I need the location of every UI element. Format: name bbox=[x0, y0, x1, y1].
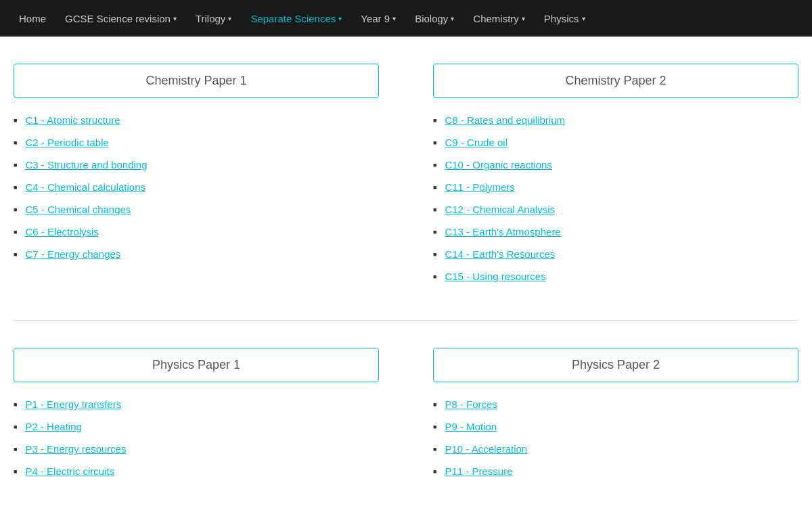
chevron-icon: ▾ bbox=[392, 15, 396, 22]
list-item: C12 - Chemical Analysis bbox=[433, 204, 798, 215]
chemistry-paper1-list: C1 - Atomic structure C2 - Periodic tabl… bbox=[14, 114, 379, 260]
list-item: P10 - Acceleration bbox=[433, 443, 798, 455]
physics-p3-link[interactable]: P3 - Energy resources bbox=[25, 443, 126, 455]
list-item: C10 - Organic reactions bbox=[433, 159, 798, 170]
list-item: C6 - Electrolysis bbox=[14, 226, 379, 237]
nav-item-gcse[interactable]: GCSE Science revision ▾ bbox=[57, 9, 185, 28]
chemistry-c8-link[interactable]: C8 - Rates and equilibrium bbox=[445, 114, 565, 126]
physics-p4-link[interactable]: P4 - Electric circuits bbox=[25, 465, 114, 477]
chemistry-c1-link[interactable]: C1 - Atomic structure bbox=[25, 114, 120, 126]
chevron-icon: ▾ bbox=[582, 15, 585, 22]
chemistry-c11-link[interactable]: C11 - Polymers bbox=[445, 181, 514, 193]
list-item: C7 - Energy changes bbox=[14, 248, 379, 260]
list-item: P11 - Pressure bbox=[433, 465, 798, 477]
chemistry-c4-link[interactable]: C4 - Chemical calculations bbox=[25, 181, 145, 193]
nav-item-home[interactable]: Home bbox=[11, 9, 54, 28]
list-item: C11 - Polymers bbox=[433, 181, 798, 193]
nav-item-separate-sciences[interactable]: Separate Sciences ▾ bbox=[242, 9, 350, 28]
physics-paper1-header: Physics Paper 1 bbox=[14, 348, 379, 382]
chevron-icon: ▾ bbox=[173, 15, 177, 22]
nav-item-year9[interactable]: Year 9 ▾ bbox=[353, 9, 404, 28]
nav-item-chemistry[interactable]: Chemistry ▾ bbox=[465, 9, 533, 28]
nav-item-physics[interactable]: Physics ▾ bbox=[536, 9, 593, 28]
list-item: P8 - Forces bbox=[433, 399, 798, 410]
list-item: C9 - Crude oil bbox=[433, 137, 798, 148]
list-item: C5 - Chemical changes bbox=[14, 204, 379, 215]
chevron-icon: ▾ bbox=[522, 15, 525, 22]
chemistry-paper2-column: Chemistry Paper 2 C8 - Rates and equilib… bbox=[433, 64, 798, 293]
chemistry-c12-link[interactable]: C12 - Chemical Analysis bbox=[445, 204, 555, 215]
physics-paper2-header: Physics Paper 2 bbox=[433, 348, 798, 382]
list-item: C13 - Earth's Atmosphere bbox=[433, 226, 798, 237]
list-item: P4 - Electric circuits bbox=[14, 465, 379, 477]
physics-p1-link[interactable]: P1 - Energy transfers bbox=[25, 399, 121, 410]
chemistry-paper-grid: Chemistry Paper 1 C1 - Atomic structure … bbox=[14, 64, 798, 293]
chemistry-section: Chemistry Paper 1 C1 - Atomic structure … bbox=[14, 64, 798, 293]
physics-p11-link[interactable]: P11 - Pressure bbox=[445, 465, 512, 477]
physics-p2-link[interactable]: P2 - Heating bbox=[25, 421, 81, 432]
chemistry-c6-link[interactable]: C6 - Electrolysis bbox=[25, 226, 98, 237]
list-item: C1 - Atomic structure bbox=[14, 114, 379, 126]
chevron-icon: ▾ bbox=[451, 15, 454, 22]
chemistry-c15-link[interactable]: C15 - Using resources bbox=[445, 271, 545, 282]
physics-paper-grid: Physics Paper 1 P1 - Energy transfers P2… bbox=[14, 348, 798, 488]
list-item: P3 - Energy resources bbox=[14, 443, 379, 455]
section-divider bbox=[14, 320, 798, 321]
main-content: Chemistry Paper 1 C1 - Atomic structure … bbox=[0, 37, 812, 523]
chemistry-paper1-header: Chemistry Paper 1 bbox=[14, 64, 379, 98]
chevron-icon: ▾ bbox=[338, 15, 342, 22]
list-item: C15 - Using resources bbox=[433, 271, 798, 282]
chemistry-c14-link[interactable]: C14 - Earth's Resources bbox=[445, 248, 555, 260]
list-item: P9 - Motion bbox=[433, 421, 798, 432]
chemistry-c13-link[interactable]: C13 - Earth's Atmosphere bbox=[445, 226, 560, 237]
nav-item-biology[interactable]: Biology ▾ bbox=[407, 9, 462, 28]
chemistry-c9-link[interactable]: C9 - Crude oil bbox=[445, 137, 508, 148]
list-item: C14 - Earth's Resources bbox=[433, 248, 798, 260]
chemistry-c5-link[interactable]: C5 - Chemical changes bbox=[25, 204, 131, 215]
physics-paper2-list: P8 - Forces P9 - Motion P10 - Accelerati… bbox=[433, 399, 798, 477]
nav-item-trilogy[interactable]: Trilogy ▾ bbox=[187, 9, 240, 28]
chemistry-paper2-header: Chemistry Paper 2 bbox=[433, 64, 798, 98]
chevron-icon: ▾ bbox=[228, 15, 231, 22]
navbar: Home GCSE Science revision ▾ Trilogy ▾ S… bbox=[0, 0, 812, 37]
chemistry-c7-link[interactable]: C7 - Energy changes bbox=[25, 248, 120, 260]
physics-paper2-column: Physics Paper 2 P8 - Forces P9 - Motion … bbox=[433, 348, 798, 488]
chemistry-c10-link[interactable]: C10 - Organic reactions bbox=[445, 159, 551, 170]
physics-paper1-list: P1 - Energy transfers P2 - Heating P3 - … bbox=[14, 399, 379, 477]
physics-p8-link[interactable]: P8 - Forces bbox=[445, 399, 497, 410]
physics-section: Physics Paper 1 P1 - Energy transfers P2… bbox=[14, 348, 798, 488]
physics-p10-link[interactable]: P10 - Acceleration bbox=[445, 443, 527, 455]
list-item: P2 - Heating bbox=[14, 421, 379, 432]
list-item: C4 - Chemical calculations bbox=[14, 181, 379, 193]
chemistry-c2-link[interactable]: C2 - Periodic table bbox=[25, 137, 108, 148]
chemistry-paper1-column: Chemistry Paper 1 C1 - Atomic structure … bbox=[14, 64, 379, 293]
chemistry-paper2-list: C8 - Rates and equilibrium C9 - Crude oi… bbox=[433, 114, 798, 282]
list-item: C8 - Rates and equilibrium bbox=[433, 114, 798, 126]
chemistry-c3-link[interactable]: C3 - Structure and bonding bbox=[25, 159, 147, 170]
list-item: P1 - Energy transfers bbox=[14, 399, 379, 410]
list-item: C3 - Structure and bonding bbox=[14, 159, 379, 170]
physics-paper1-column: Physics Paper 1 P1 - Energy transfers P2… bbox=[14, 348, 379, 488]
list-item: C2 - Periodic table bbox=[14, 137, 379, 148]
physics-p9-link[interactable]: P9 - Motion bbox=[445, 421, 497, 432]
